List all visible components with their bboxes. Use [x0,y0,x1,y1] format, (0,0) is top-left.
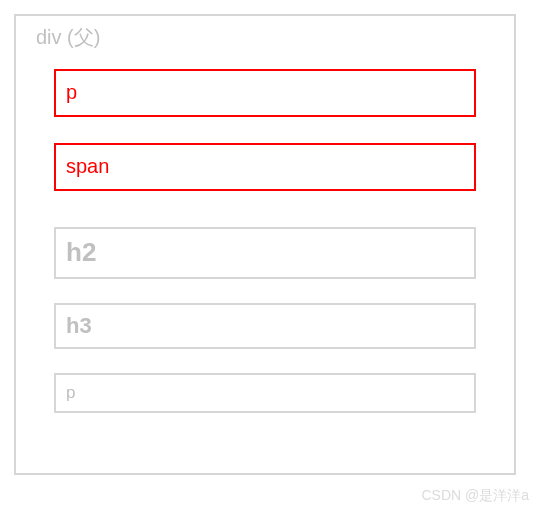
child-box-p-highlighted: p [54,69,476,117]
parent-div-box: div (父) p span h2 h3 p [14,14,516,475]
child-box-h3: h3 [54,303,476,349]
child-box-span-highlighted: span [54,143,476,191]
parent-label: div (父) [36,24,496,51]
children-wrap: p span h2 h3 p [34,69,496,413]
watermark-text: CSDN @是洋洋a [421,487,529,505]
child-box-p: p [54,373,476,413]
child-box-h2: h2 [54,227,476,279]
